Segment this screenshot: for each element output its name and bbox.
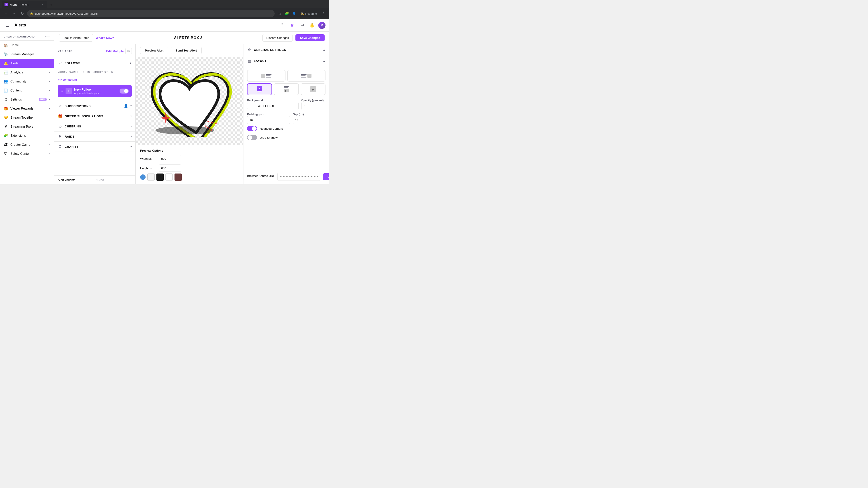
variant-toggle[interactable] <box>120 89 129 94</box>
palette-info-icon[interactable]: i <box>140 174 146 180</box>
menu-btn[interactable]: ⋮ <box>320 10 327 17</box>
color-swatch-light[interactable] <box>147 173 155 181</box>
sidebar-collapse-btn[interactable]: ⟵ <box>45 34 51 39</box>
incognito-btn[interactable]: 🕵 Incognito <box>298 11 319 16</box>
tab-close-btn[interactable]: × <box>40 2 44 6</box>
analytics-icon: 📊 <box>4 70 8 74</box>
content-icon: 📄 <box>4 88 8 93</box>
width-label: Width px <box>140 157 156 160</box>
subscriptions-section-header[interactable]: ☆ SUBSCRIPTIONS 👤 ▾ <box>54 101 135 111</box>
cheering-section-header[interactable]: ◇ CHEERING ▾ <box>54 121 135 131</box>
browser-tabs: T Alerts - Twitch × + <box>0 0 329 8</box>
layout-option-media-left[interactable] <box>247 70 285 82</box>
mail-icon[interactable]: ✉ <box>298 22 306 29</box>
general-settings-chevron: ▲ <box>323 48 326 51</box>
refresh-btn[interactable]: ↻ <box>19 10 25 17</box>
follows-section-header[interactable]: ♡ FOLLOWS ▲ <box>54 58 135 68</box>
copy-variant-btn[interactable]: ⧉ <box>125 48 132 54</box>
sidebar-item-creator-camp[interactable]: 🏕 Creator Camp ↗ <box>0 140 54 149</box>
browser-source-url-input[interactable] <box>277 173 320 181</box>
opacity-input[interactable] <box>301 102 329 110</box>
sidebar-item-viewer-rewards[interactable]: 🎁 Viewer Rewards ▾ <box>0 104 54 113</box>
app-title: Alerts <box>14 23 26 28</box>
sidebar-item-content[interactable]: 📄 Content ▾ <box>0 86 54 95</box>
sidebar-item-settings[interactable]: ⚙ Settings NEW ▾ <box>0 95 54 104</box>
color-swatch-white[interactable] <box>165 173 173 181</box>
color-swatch-dark[interactable] <box>156 173 164 181</box>
copy-url-btn[interactable]: Copy <box>323 173 329 180</box>
back-to-alerts-btn[interactable]: Back to Alerts Home <box>59 34 93 41</box>
star-btn[interactable]: ☆ <box>276 10 283 17</box>
hamburger-menu[interactable]: ☰ <box>4 22 11 29</box>
cheering-chevron: ▾ <box>130 125 132 128</box>
bg-opacity-row: Background Opacity (percent) <box>247 99 326 110</box>
background-hex-input[interactable] <box>256 102 299 110</box>
panel-footer: Alert Variants 15/200 <box>54 175 135 184</box>
sidebar-item-home[interactable]: 🏠 Home <box>0 41 54 50</box>
community-chevron: ▾ <box>49 80 51 83</box>
sidebar-item-stream-manager[interactable]: 📡 Stream Manager <box>0 50 54 59</box>
layout-option-text-left[interactable] <box>287 70 326 82</box>
help-icon[interactable]: ? <box>278 22 286 29</box>
sidebar-item-analytics[interactable]: 📊 Analytics ▾ <box>0 68 54 77</box>
color-swatch-wine[interactable] <box>175 173 182 181</box>
crown-icon[interactable]: ♛ <box>288 22 296 29</box>
sidebar-item-extensions[interactable]: 🧩 Extensions <box>0 131 54 140</box>
variants-panel: VARIANTS Edit Multiple ⧉ ♡ FOLLOWS <box>54 44 135 184</box>
layout-title: LAYOUT <box>254 59 320 63</box>
forward-btn[interactable]: → <box>11 10 17 17</box>
extensions-btn[interactable]: 🧩 <box>284 10 290 17</box>
edit-multiple-btn[interactable]: Edit Multiple <box>106 50 124 53</box>
sidebar-item-stream-together[interactable]: 🤝 Stream Together <box>0 113 54 122</box>
browser-source-label: Browser Source URL <box>247 174 275 177</box>
layout-section-header[interactable]: ▦ LAYOUT ▲ <box>243 55 329 66</box>
sidebar-item-streaming-tools[interactable]: 🛠 Streaming Tools <box>0 122 54 131</box>
gifted-subscriptions-section-header[interactable]: 🎁 GIFTED SUBSCRIPTIONS ▾ <box>54 111 135 121</box>
preview-alert-btn[interactable]: Preview Alert <box>140 47 168 54</box>
layout-option-text-top[interactable]: ▶ <box>274 84 299 95</box>
subscriptions-chevron: ▾ <box>130 104 132 107</box>
height-input[interactable] <box>159 164 181 172</box>
width-input[interactable] <box>159 155 181 162</box>
drop-shadow-toggle[interactable] <box>247 135 257 140</box>
new-variant-btn[interactable]: + New Variant <box>58 76 77 83</box>
drag-handle-icon[interactable]: ⠿ <box>61 89 63 93</box>
gap-input[interactable] <box>293 116 329 124</box>
address-bar[interactable]: 🔒 dashboard.twitch.tv/u/moodjoy071/strea… <box>27 10 275 17</box>
notifications-icon[interactable]: 🔔 <box>308 22 315 29</box>
sidebar-item-content-label: Content <box>10 89 47 92</box>
sidebar-item-alerts[interactable]: 🔔 Alerts <box>0 59 54 68</box>
raids-chevron: ▾ <box>130 135 132 138</box>
raids-section: ⚑ RAIDS ▾ <box>54 131 135 142</box>
active-tab[interactable]: T Alerts - Twitch × <box>2 1 47 8</box>
safety-center-icon: 🛡 <box>4 151 8 156</box>
general-settings-icon: ⚙ <box>247 47 252 52</box>
save-changes-btn[interactable]: Save Changes <box>296 34 324 41</box>
send-test-alert-btn[interactable]: Send Test Alert <box>171 47 202 54</box>
stream-together-icon: 🤝 <box>4 115 8 120</box>
sidebar-item-safety-center[interactable]: 🛡 Safety Center ↗ <box>0 149 54 158</box>
discard-changes-btn[interactable]: Discard Changes <box>262 34 293 41</box>
settings-chevron: ▾ <box>49 98 51 101</box>
padding-label: Padding (px) <box>247 113 290 116</box>
layout-option-media-top[interactable]: ▶ <box>247 84 272 95</box>
back-btn[interactable]: ← <box>3 10 9 17</box>
drop-shadow-label: Drop Shadow <box>260 136 326 139</box>
account-btn[interactable]: 👤 <box>291 10 297 17</box>
creator-dashboard-label: CREATOR DASHBOARD <box>4 35 43 38</box>
avatar[interactable]: M <box>318 22 326 29</box>
background-color-preview[interactable] <box>247 103 253 109</box>
charity-title: CHARITY <box>65 145 128 149</box>
new-tab-btn[interactable]: + <box>48 2 54 8</box>
header-icons: ? ♛ ✉ 🔔 M <box>278 22 326 29</box>
rounded-corners-toggle[interactable] <box>247 126 257 131</box>
sidebar-item-community[interactable]: 👥 Community ▾ <box>0 77 54 86</box>
padding-input[interactable] <box>247 116 290 124</box>
charity-section-header[interactable]: 🎗 CHARITY ▾ <box>54 142 135 152</box>
whats-new-btn[interactable]: What's New? <box>96 34 114 41</box>
layout-option-media-only[interactable]: ▶ <box>301 84 326 95</box>
raids-section-header[interactable]: ⚑ RAIDS ▾ <box>54 131 135 141</box>
variant-item[interactable]: ⠿ 1 New Follow Any new follow to your c.… <box>58 85 132 97</box>
general-settings-header[interactable]: ⚙ GENERAL SETTINGS ▲ <box>243 44 329 55</box>
variant-name: New Follow <box>74 88 117 91</box>
